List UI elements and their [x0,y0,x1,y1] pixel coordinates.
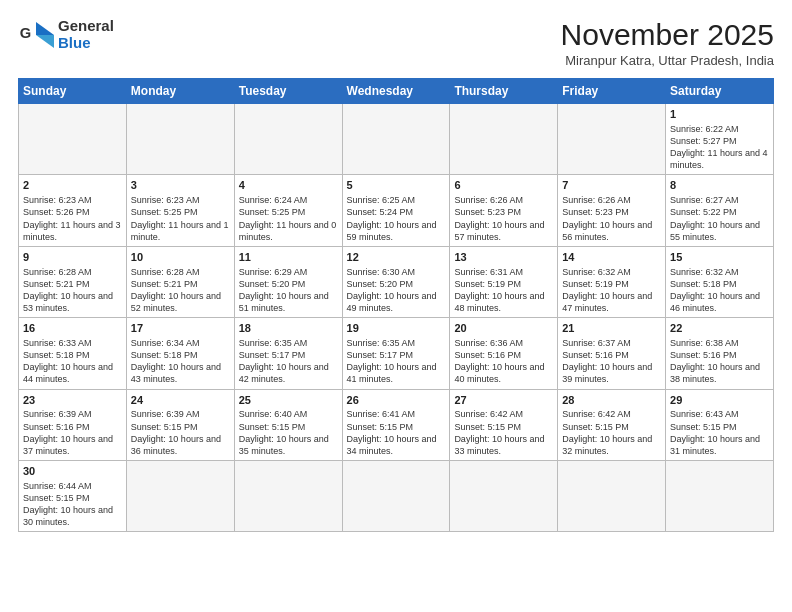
day-number: 25 [239,393,338,408]
weekday-header-thursday: Thursday [450,79,558,104]
day-info: Sunrise: 6:35 AMSunset: 5:17 PMDaylight:… [239,337,338,386]
day-number: 18 [239,321,338,336]
calendar-week-5: 23Sunrise: 6:39 AMSunset: 5:16 PMDayligh… [19,389,774,460]
weekday-header-tuesday: Tuesday [234,79,342,104]
day-info: Sunrise: 6:31 AMSunset: 5:19 PMDaylight:… [454,266,553,315]
weekday-header-saturday: Saturday [666,79,774,104]
day-number: 24 [131,393,230,408]
calendar-cell: 16Sunrise: 6:33 AMSunset: 5:18 PMDayligh… [19,318,127,389]
day-info: Sunrise: 6:39 AMSunset: 5:16 PMDaylight:… [23,408,122,457]
day-info: Sunrise: 6:44 AMSunset: 5:15 PMDaylight:… [23,480,122,529]
calendar-cell: 9Sunrise: 6:28 AMSunset: 5:21 PMDaylight… [19,246,127,317]
calendar-week-3: 9Sunrise: 6:28 AMSunset: 5:21 PMDaylight… [19,246,774,317]
calendar-cell [234,461,342,532]
day-number: 2 [23,178,122,193]
calendar-cell: 6Sunrise: 6:26 AMSunset: 5:23 PMDaylight… [450,175,558,246]
weekday-header-monday: Monday [126,79,234,104]
day-number: 21 [562,321,661,336]
day-info: Sunrise: 6:41 AMSunset: 5:15 PMDaylight:… [347,408,446,457]
calendar-cell: 29Sunrise: 6:43 AMSunset: 5:15 PMDayligh… [666,389,774,460]
calendar-cell [666,461,774,532]
weekday-row: SundayMondayTuesdayWednesdayThursdayFrid… [19,79,774,104]
calendar-cell: 12Sunrise: 6:30 AMSunset: 5:20 PMDayligh… [342,246,450,317]
logo-line2: Blue [58,35,114,52]
day-number: 16 [23,321,122,336]
day-number: 19 [347,321,446,336]
calendar-cell [558,461,666,532]
calendar-cell [126,461,234,532]
day-number: 3 [131,178,230,193]
day-info: Sunrise: 6:32 AMSunset: 5:18 PMDaylight:… [670,266,769,315]
day-info: Sunrise: 6:29 AMSunset: 5:20 PMDaylight:… [239,266,338,315]
calendar-cell: 26Sunrise: 6:41 AMSunset: 5:15 PMDayligh… [342,389,450,460]
calendar-cell: 2Sunrise: 6:23 AMSunset: 5:26 PMDaylight… [19,175,127,246]
day-info: Sunrise: 6:37 AMSunset: 5:16 PMDaylight:… [562,337,661,386]
day-number: 7 [562,178,661,193]
general-blue-logo-icon: G [18,20,54,50]
calendar-cell: 23Sunrise: 6:39 AMSunset: 5:16 PMDayligh… [19,389,127,460]
day-info: Sunrise: 6:42 AMSunset: 5:15 PMDaylight:… [562,408,661,457]
title-block: November 2025 Miranpur Katra, Uttar Prad… [561,18,774,68]
calendar-cell: 7Sunrise: 6:26 AMSunset: 5:23 PMDaylight… [558,175,666,246]
day-info: Sunrise: 6:28 AMSunset: 5:21 PMDaylight:… [131,266,230,315]
calendar-cell [450,461,558,532]
logo-line1: General [58,18,114,35]
day-number: 17 [131,321,230,336]
calendar-cell [450,104,558,175]
calendar: SundayMondayTuesdayWednesdayThursdayFrid… [18,78,774,532]
day-number: 5 [347,178,446,193]
day-number: 13 [454,250,553,265]
day-info: Sunrise: 6:28 AMSunset: 5:21 PMDaylight:… [23,266,122,315]
calendar-cell [19,104,127,175]
weekday-header-friday: Friday [558,79,666,104]
day-info: Sunrise: 6:22 AMSunset: 5:27 PMDaylight:… [670,123,769,172]
month-title: November 2025 [561,18,774,51]
day-number: 12 [347,250,446,265]
day-info: Sunrise: 6:27 AMSunset: 5:22 PMDaylight:… [670,194,769,243]
day-info: Sunrise: 6:42 AMSunset: 5:15 PMDaylight:… [454,408,553,457]
calendar-cell: 8Sunrise: 6:27 AMSunset: 5:22 PMDaylight… [666,175,774,246]
day-number: 28 [562,393,661,408]
day-info: Sunrise: 6:23 AMSunset: 5:25 PMDaylight:… [131,194,230,243]
weekday-header-sunday: Sunday [19,79,127,104]
day-info: Sunrise: 6:33 AMSunset: 5:18 PMDaylight:… [23,337,122,386]
header: G General Blue November 2025 Miranpur Ka… [18,18,774,68]
calendar-week-4: 16Sunrise: 6:33 AMSunset: 5:18 PMDayligh… [19,318,774,389]
day-number: 29 [670,393,769,408]
day-number: 26 [347,393,446,408]
day-number: 1 [670,107,769,122]
calendar-cell: 4Sunrise: 6:24 AMSunset: 5:25 PMDaylight… [234,175,342,246]
calendar-cell [342,104,450,175]
day-number: 11 [239,250,338,265]
calendar-cell: 17Sunrise: 6:34 AMSunset: 5:18 PMDayligh… [126,318,234,389]
day-info: Sunrise: 6:40 AMSunset: 5:15 PMDaylight:… [239,408,338,457]
calendar-cell: 27Sunrise: 6:42 AMSunset: 5:15 PMDayligh… [450,389,558,460]
calendar-cell [126,104,234,175]
calendar-cell: 28Sunrise: 6:42 AMSunset: 5:15 PMDayligh… [558,389,666,460]
day-info: Sunrise: 6:39 AMSunset: 5:15 PMDaylight:… [131,408,230,457]
day-info: Sunrise: 6:23 AMSunset: 5:26 PMDaylight:… [23,194,122,243]
calendar-cell: 11Sunrise: 6:29 AMSunset: 5:20 PMDayligh… [234,246,342,317]
day-number: 4 [239,178,338,193]
svg-text:G: G [20,25,31,41]
calendar-cell: 25Sunrise: 6:40 AMSunset: 5:15 PMDayligh… [234,389,342,460]
calendar-cell: 5Sunrise: 6:25 AMSunset: 5:24 PMDaylight… [342,175,450,246]
page: G General Blue November 2025 Miranpur Ka… [0,0,792,612]
day-number: 30 [23,464,122,479]
calendar-cell [558,104,666,175]
day-info: Sunrise: 6:30 AMSunset: 5:20 PMDaylight:… [347,266,446,315]
calendar-cell: 15Sunrise: 6:32 AMSunset: 5:18 PMDayligh… [666,246,774,317]
day-number: 14 [562,250,661,265]
day-number: 6 [454,178,553,193]
day-number: 8 [670,178,769,193]
calendar-cell: 30Sunrise: 6:44 AMSunset: 5:15 PMDayligh… [19,461,127,532]
day-number: 23 [23,393,122,408]
calendar-cell: 19Sunrise: 6:35 AMSunset: 5:17 PMDayligh… [342,318,450,389]
calendar-week-6: 30Sunrise: 6:44 AMSunset: 5:15 PMDayligh… [19,461,774,532]
calendar-cell: 24Sunrise: 6:39 AMSunset: 5:15 PMDayligh… [126,389,234,460]
day-number: 15 [670,250,769,265]
logo-text: General Blue [58,18,114,51]
day-info: Sunrise: 6:26 AMSunset: 5:23 PMDaylight:… [562,194,661,243]
day-number: 9 [23,250,122,265]
calendar-cell: 14Sunrise: 6:32 AMSunset: 5:19 PMDayligh… [558,246,666,317]
